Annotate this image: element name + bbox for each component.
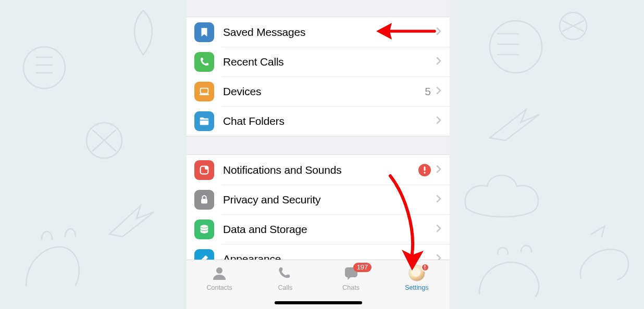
- home-indicator[interactable]: [275, 301, 362, 304]
- tab-label: Settings: [405, 284, 428, 291]
- tab-settings[interactable]: Settings: [384, 264, 450, 309]
- bookmark-icon: [194, 22, 214, 42]
- row-label: Data and Storage: [223, 223, 436, 236]
- alert-badge-icon: [418, 164, 431, 176]
- row-appearance[interactable]: Appearance: [187, 244, 450, 260]
- notification-app-icon: [194, 160, 214, 180]
- phone-frame: Saved Messages Recent Calls Devices 5: [187, 0, 450, 309]
- lock-icon: [194, 190, 214, 210]
- svg-point-10: [424, 172, 425, 173]
- chevron-right-icon: [436, 195, 441, 205]
- tab-label: Calls: [278, 284, 292, 291]
- row-notifications[interactable]: Notifications and Sounds: [187, 155, 450, 185]
- row-label: Recent Calls: [223, 56, 436, 68]
- settings-alert-dot-icon: [421, 263, 429, 272]
- row-label: Privacy and Security: [223, 194, 436, 206]
- svg-point-8: [205, 165, 208, 169]
- row-label: Saved Messages: [223, 26, 436, 38]
- row-chat-folders[interactable]: Chat Folders: [187, 106, 450, 136]
- svg-point-17: [216, 267, 222, 274]
- svg-rect-5: [200, 94, 209, 95]
- chevron-right-icon: [436, 116, 441, 126]
- chevron-right-icon: [436, 165, 441, 175]
- svg-point-2: [490, 21, 542, 73]
- svg-point-19: [425, 268, 426, 269]
- contacts-icon: [210, 264, 228, 282]
- svg-rect-9: [424, 166, 426, 171]
- row-badge-count: 5: [425, 85, 431, 98]
- row-devices[interactable]: Devices 5: [187, 76, 450, 106]
- row-recent-calls[interactable]: Recent Calls: [187, 47, 450, 76]
- calls-icon: [276, 264, 294, 282]
- database-icon: [194, 220, 214, 239]
- chevron-right-icon: [436, 27, 441, 37]
- svg-point-0: [23, 47, 65, 88]
- tab-contacts[interactable]: Contacts: [187, 264, 252, 309]
- settings-scroll-area[interactable]: Saved Messages Recent Calls Devices 5: [187, 0, 450, 260]
- phone-icon: [194, 52, 214, 72]
- row-label: Chat Folders: [223, 115, 436, 127]
- tab-label: Chats: [342, 284, 360, 291]
- svg-point-3: [560, 12, 587, 40]
- svg-rect-11: [201, 199, 207, 203]
- tab-label: Contacts: [206, 284, 232, 291]
- folder-icon: [194, 111, 214, 131]
- row-data-storage[interactable]: Data and Storage: [187, 214, 450, 244]
- settings-group-preferences: Notifications and Sounds Privacy and Sec…: [187, 154, 450, 260]
- svg-rect-4: [201, 88, 208, 93]
- row-saved-messages[interactable]: Saved Messages: [187, 17, 450, 47]
- svg-rect-18: [425, 265, 426, 267]
- chevron-right-icon: [436, 86, 441, 97]
- svg-rect-6: [200, 120, 209, 120]
- chevron-right-icon: [436, 57, 441, 67]
- brush-icon: [194, 249, 214, 260]
- row-label: Appearance: [223, 253, 436, 260]
- chevron-right-icon: [436, 224, 441, 235]
- chevron-right-icon: [436, 254, 441, 260]
- row-label: Devices: [223, 85, 425, 98]
- tab-badge: 197: [353, 263, 372, 272]
- row-label: Notifications and Sounds: [223, 164, 418, 176]
- settings-group-general: Saved Messages Recent Calls Devices 5: [187, 17, 450, 136]
- laptop-icon: [194, 82, 214, 101]
- svg-point-1: [86, 123, 122, 158]
- row-privacy-security[interactable]: Privacy and Security: [187, 185, 450, 214]
